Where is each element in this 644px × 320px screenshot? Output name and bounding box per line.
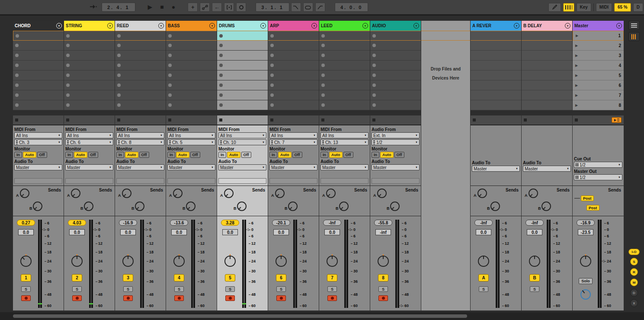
send-b-knob[interactable]: [33, 202, 42, 211]
track-activator-button[interactable]: 1: [21, 274, 31, 282]
clip-slot[interactable]: [166, 31, 217, 41]
clip-slot[interactable]: [64, 80, 115, 90]
monitor-in-button[interactable]: In: [218, 152, 226, 158]
output-dropdown[interactable]: Master▼: [472, 166, 520, 172]
track-stop-button[interactable]: [117, 118, 120, 122]
volume-display[interactable]: 0.0: [69, 229, 85, 235]
clip-slot[interactable]: [64, 41, 115, 51]
scene-slot[interactable]: ▶ 8: [573, 100, 624, 110]
clip-slot[interactable]: [13, 41, 64, 51]
key-map-button[interactable]: Key: [577, 3, 591, 12]
clip-slot[interactable]: [115, 100, 166, 110]
clip-slot[interactable]: [217, 31, 268, 41]
monitor-auto-button[interactable]: Auto: [23, 152, 36, 158]
track-activator-button[interactable]: 4: [174, 274, 184, 282]
clip-slot[interactable]: [370, 90, 421, 100]
chevron-down-icon[interactable]: ▼: [311, 23, 317, 29]
clip-slot[interactable]: [268, 41, 319, 51]
follow-button[interactable]: [87, 3, 100, 12]
solo-button[interactable]: Solo: [579, 278, 593, 284]
monitor-auto-button[interactable]: Auto: [329, 152, 343, 158]
send-a-knob[interactable]: [477, 189, 487, 198]
clip-slot[interactable]: [115, 90, 166, 100]
monitor-in-button[interactable]: In: [116, 152, 124, 158]
send-b-knob[interactable]: [390, 202, 400, 211]
input-channel-dropdown[interactable]: Ch. 3▼: [14, 139, 62, 145]
arrangement-view-button[interactable]: [628, 21, 640, 30]
clip-slot[interactable]: [370, 41, 421, 51]
clip-slot[interactable]: [319, 70, 370, 80]
clip-slot[interactable]: [64, 31, 115, 41]
track-activator-button[interactable]: 5: [225, 274, 235, 282]
arrangement-position-display[interactable]: 2. 4. 1: [102, 3, 135, 12]
clip-slot[interactable]: [64, 100, 115, 110]
clip-slot[interactable]: [166, 41, 217, 51]
arm-button[interactable]: [378, 295, 388, 301]
track-stop-button[interactable]: [473, 118, 476, 122]
pan-knob[interactable]: [378, 256, 389, 267]
clip-slot[interactable]: [13, 70, 64, 80]
chevron-down-icon[interactable]: ▼: [413, 23, 419, 29]
clip-slot[interactable]: [115, 70, 166, 80]
master-out-dropdown[interactable]: 1/2▼: [574, 174, 622, 180]
peak-level-display[interactable]: 3.28: [221, 220, 239, 226]
scene-play-icon[interactable]: ▶: [575, 74, 578, 77]
computer-midi-keyboard-button[interactable]: [563, 3, 574, 12]
clip-slot[interactable]: [268, 90, 319, 100]
send-a-knob[interactable]: [122, 189, 131, 198]
arm-button[interactable]: [72, 295, 82, 301]
clip-slot[interactable]: [166, 100, 217, 110]
clip-slot[interactable]: [13, 31, 64, 41]
volume-display[interactable]: 0.0: [273, 229, 289, 235]
clip-slot[interactable]: [166, 90, 217, 100]
clip-slot[interactable]: [64, 61, 115, 70]
track-header[interactable]: ARP ▼: [268, 21, 319, 31]
send-a-knob[interactable]: [275, 189, 285, 198]
volume-display[interactable]: 0.0: [171, 229, 187, 235]
volume-display[interactable]: 0.0: [120, 229, 136, 235]
clip-slot[interactable]: [319, 51, 370, 61]
scene-play-icon[interactable]: ▶: [575, 83, 578, 87]
track-stop-button[interactable]: [66, 118, 69, 122]
back-to-arrangement-button[interactable]: [612, 117, 622, 123]
master-track-header[interactable]: Master ▼: [573, 21, 624, 31]
input-channel-dropdown[interactable]: 1/2▼: [372, 139, 420, 145]
peak-level-display[interactable]: -Inf: [474, 220, 493, 226]
scene-slot[interactable]: ▶ 5: [573, 70, 624, 80]
show-mixer-button[interactable]: M: [630, 278, 638, 286]
monitor-in-button[interactable]: In: [269, 152, 277, 158]
clip-slot[interactable]: [115, 51, 166, 61]
return-activator-button[interactable]: A: [478, 274, 489, 282]
track-activator-button[interactable]: 3: [123, 274, 133, 282]
solo-button[interactable]: S: [225, 286, 235, 292]
preview-volume-knob[interactable]: [580, 289, 591, 300]
monitor-in-button[interactable]: In: [14, 152, 22, 158]
midi-map-button[interactable]: MIDI: [596, 3, 612, 12]
return-activator-button[interactable]: B: [529, 274, 540, 282]
pan-knob[interactable]: [580, 256, 591, 267]
clip-slot[interactable]: [217, 70, 268, 80]
chevron-down-icon[interactable]: ▼: [209, 23, 215, 29]
clip-slot[interactable]: [115, 41, 166, 51]
input-type-dropdown[interactable]: All Ins▼: [218, 132, 266, 138]
track-activator-button[interactable]: 2: [72, 274, 82, 282]
monitor-off-button[interactable]: Off: [394, 152, 404, 158]
peak-level-display[interactable]: -55.8: [374, 220, 392, 226]
input-type-dropdown[interactable]: All Ins▼: [167, 132, 215, 138]
monitor-off-button[interactable]: Off: [292, 152, 302, 158]
peak-level-display[interactable]: -Inf: [323, 220, 341, 226]
solo-button[interactable]: S: [378, 286, 388, 292]
clip-slot[interactable]: [64, 70, 115, 80]
chevron-down-icon[interactable]: ▼: [565, 23, 570, 29]
drop-zone[interactable]: Drop Files and Devices Here: [421, 21, 470, 310]
send-a-knob[interactable]: [326, 189, 336, 198]
input-channel-dropdown[interactable]: Ch. 8▼: [116, 139, 164, 145]
monitor-off-button[interactable]: Off: [88, 152, 98, 158]
monitor-off-button[interactable]: Off: [343, 152, 353, 158]
clip-slot[interactable]: [268, 70, 319, 80]
pan-knob[interactable]: [122, 256, 134, 267]
input-channel-dropdown[interactable]: Ch. 5▼: [167, 139, 215, 145]
track-stop-button[interactable]: [372, 118, 375, 122]
output-dropdown[interactable]: Master▼: [167, 164, 215, 170]
chevron-down-icon[interactable]: ▼: [56, 23, 62, 29]
